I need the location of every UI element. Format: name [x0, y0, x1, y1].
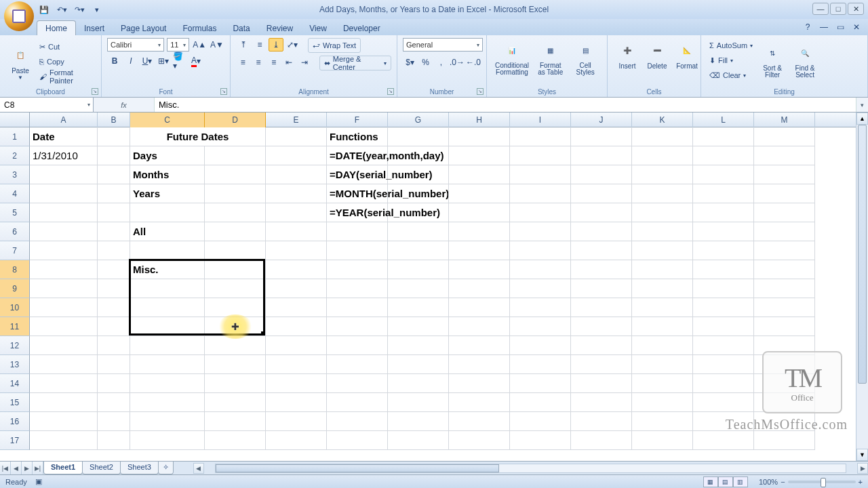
bold-button[interactable]: B [107, 54, 122, 68]
cell-E7[interactable] [266, 241, 327, 260]
cell-K16[interactable] [632, 412, 693, 431]
cell-L1[interactable] [693, 127, 754, 146]
comma-format-button[interactable]: , [434, 56, 448, 69]
scroll-down-button[interactable]: ▼ [856, 449, 868, 461]
cell-E3[interactable] [266, 165, 327, 184]
cell-F3[interactable]: =DAY(serial_number) [327, 165, 388, 184]
cell-C3[interactable]: Months [130, 165, 205, 184]
save-icon[interactable]: 💾 [37, 3, 52, 16]
maximize-button[interactable]: □ [830, 3, 846, 15]
sheet-tab-2[interactable]: Sheet2 [82, 462, 121, 474]
tab-developer[interactable]: Developer [335, 21, 389, 35]
cell-C17[interactable] [130, 431, 205, 450]
cell-H8[interactable] [449, 260, 510, 279]
format-painter-button[interactable]: 🖌Format Painter [37, 69, 96, 84]
cell-G2[interactable] [388, 146, 449, 165]
cell-K3[interactable] [632, 165, 693, 184]
row-header-4[interactable]: 4 [0, 184, 30, 203]
cell-D8[interactable] [205, 260, 266, 279]
cell-B10[interactable] [98, 298, 130, 317]
italic-button[interactable]: I [123, 54, 138, 68]
cell-C11[interactable] [130, 317, 205, 336]
cell-A17[interactable] [30, 431, 98, 450]
cell-H6[interactable] [449, 222, 510, 241]
wrap-text-button[interactable]: ⮐Wrap Text [308, 38, 361, 53]
cell-E8[interactable] [266, 260, 327, 279]
cell-I9[interactable] [510, 279, 571, 298]
cell-G1[interactable] [388, 127, 449, 146]
cell-I4[interactable] [510, 184, 571, 203]
help-icon[interactable]: ? [802, 21, 814, 33]
cell-C6[interactable]: All [130, 222, 205, 241]
cell-I5[interactable] [510, 203, 571, 222]
cell-F5[interactable]: =YEAR(serial_number) [327, 203, 388, 222]
cell-A7[interactable] [30, 241, 98, 260]
cell-L13[interactable] [693, 355, 754, 374]
cell-G12[interactable] [388, 336, 449, 355]
font-name-combo[interactable]: Calibri [107, 38, 164, 52]
fill-color-button[interactable]: 🪣▾ [172, 54, 187, 68]
col-header-H[interactable]: H [449, 113, 510, 127]
cell-J11[interactable] [571, 317, 632, 336]
minimize-button[interactable]: — [812, 3, 829, 15]
cell-M17[interactable] [754, 431, 815, 450]
orientation-button[interactable]: ⤢▾ [285, 38, 300, 52]
copy-button[interactable]: ⎘Copy [37, 54, 96, 69]
find-select-button[interactable]: 🔍Find & Select [789, 38, 821, 83]
cell-A3[interactable] [30, 165, 98, 184]
row-header-17[interactable]: 17 [0, 431, 30, 450]
col-header-J[interactable]: J [571, 113, 632, 127]
cell-E10[interactable] [266, 298, 327, 317]
format-cells-button[interactable]: 📐Format [673, 38, 701, 71]
cell-B1[interactable] [98, 127, 130, 146]
cell-M5[interactable] [754, 203, 815, 222]
col-header-M[interactable]: M [754, 113, 815, 127]
cell-H1[interactable] [449, 127, 510, 146]
cell-I16[interactable] [510, 412, 571, 431]
row-header-12[interactable]: 12 [0, 336, 30, 355]
shrink-font-button[interactable]: A▼ [210, 38, 224, 52]
accounting-format-button[interactable]: $▾ [403, 56, 417, 69]
row-header-6[interactable]: 6 [0, 222, 30, 241]
cell-H14[interactable] [449, 374, 510, 393]
select-all-corner[interactable] [0, 113, 30, 127]
normal-view-button[interactable]: ▦ [703, 476, 718, 487]
cell-K7[interactable] [632, 241, 693, 260]
format-as-table-button[interactable]: ▦Format as Table [533, 38, 568, 77]
cell-I3[interactable] [510, 165, 571, 184]
cell-I12[interactable] [510, 336, 571, 355]
cell-C5[interactable] [130, 203, 205, 222]
tab-page-layout[interactable]: Page Layout [113, 21, 174, 35]
cell-K15[interactable] [632, 393, 693, 412]
cell-C7[interactable] [130, 241, 205, 260]
cell-H10[interactable] [449, 298, 510, 317]
row-header-15[interactable]: 15 [0, 393, 30, 412]
align-right-button[interactable]: ≡ [267, 56, 281, 69]
name-box[interactable]: C8 [0, 98, 94, 112]
cell-K1[interactable] [632, 127, 693, 146]
cell-L3[interactable] [693, 165, 754, 184]
new-sheet-button[interactable]: ✧ [158, 462, 174, 474]
hscroll-thumb[interactable] [216, 464, 499, 472]
row-header-13[interactable]: 13 [0, 355, 30, 374]
row-header-14[interactable]: 14 [0, 374, 30, 393]
cell-K8[interactable] [632, 260, 693, 279]
cell-G4[interactable] [388, 184, 449, 203]
cell-D4[interactable] [205, 184, 266, 203]
cell-J16[interactable] [571, 412, 632, 431]
cell-I10[interactable] [510, 298, 571, 317]
number-launcher[interactable]: ↘ [477, 88, 484, 95]
cell-H9[interactable] [449, 279, 510, 298]
cell-C13[interactable] [130, 355, 205, 374]
fx-label[interactable]: fx [94, 98, 155, 112]
expand-formula-bar[interactable]: ▾ [856, 98, 868, 112]
cell-F16[interactable] [327, 412, 388, 431]
align-left-button[interactable]: ≡ [236, 56, 250, 69]
close-button[interactable]: ✕ [848, 3, 864, 15]
cell-A16[interactable] [30, 412, 98, 431]
cell-E14[interactable] [266, 374, 327, 393]
cell-C8[interactable]: Misc. [130, 260, 205, 279]
office-button[interactable] [4, 1, 34, 31]
cell-F7[interactable] [327, 241, 388, 260]
cell-H3[interactable] [449, 165, 510, 184]
